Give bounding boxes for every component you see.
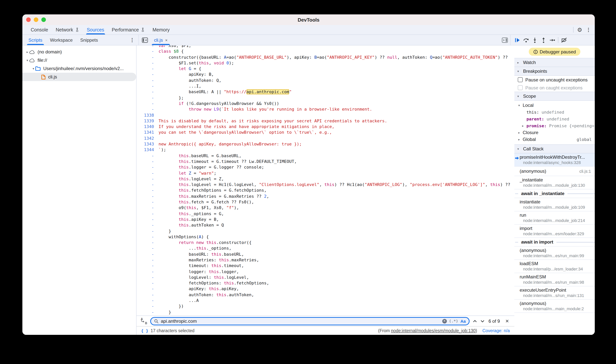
code-text[interactable]: apiKey: B, [159,72,514,78]
line-number[interactable]: - [137,304,159,310]
line-number[interactable]: - [137,89,159,95]
scope-variable-promise[interactable]: ▸promise: Promise {<pending>} [514,122,595,129]
code-text[interactable]: this.logger = G.logger ?? console; [159,164,514,170]
scope-section-header[interactable]: ▾Scope [514,92,595,101]
line-number[interactable]: - [137,251,159,257]
next-match-icon[interactable] [480,319,485,323]
main-tab-memory[interactable]: Memory [149,25,173,35]
line-number[interactable]: - [137,286,159,292]
line-number[interactable]: - [137,211,159,217]
code-text[interactable]: } [159,309,514,315]
code-text[interactable]: }; [159,95,514,101]
line-number[interactable]: - [137,101,159,107]
clear-search-icon[interactable]: ✕ [442,319,447,323]
code-text[interactable]: fetchOptions: this.fetchOptions, [159,280,514,286]
line-number[interactable]: - [137,193,159,199]
from-source-link[interactable]: node:internal/modules/esm/module_job:130 [391,328,476,333]
code-text[interactable]: `); [159,147,514,153]
main-tab-console[interactable]: Console [27,25,52,35]
scope-expand-icon[interactable]: ▾ [517,104,521,107]
scope-expand-icon[interactable]: ▸ [517,131,521,134]
code-area[interactable]: -var Xs0, $F1;-class $8 {- constructor({… [137,45,514,315]
tree-item-cli-js[interactable]: cli.js [22,73,136,81]
tree-item-file-[interactable]: ▾file:// [22,56,136,65]
coverage-link[interactable]: Coverage: n/a [482,328,510,333]
code-text[interactable]: logLevel: this.logLevel, [159,275,514,280]
code-text[interactable]: this.maxRetries = G.maxRetries ?? 2, [159,193,514,199]
previous-match-icon[interactable] [473,319,477,323]
code-text[interactable]: let Z = "warn"; [159,170,514,176]
line-number[interactable]: - [137,240,159,246]
step-icon[interactable] [549,37,555,43]
main-tab-sources[interactable]: Sources [83,25,108,35]
step-over-icon[interactable] [523,37,529,43]
match-case-toggle[interactable]: Aa [461,319,466,323]
tab-close-icon[interactable]: × [165,38,168,42]
line-number[interactable]: - [137,269,159,275]
code-text[interactable]: maxRetries: this.maxRetries, [159,257,514,263]
code-text[interactable]: throw new L9(`It looks like you're runni… [159,107,514,113]
line-number[interactable]: 1344 [137,147,159,153]
code-text[interactable] [159,112,514,118]
line-number[interactable]: - [137,228,159,234]
checkbox[interactable] [518,77,523,82]
scope-group-global[interactable]: ▸Globalglobal [514,136,595,143]
line-number[interactable]: - [137,182,159,188]
breakpoint-option[interactable]: Pause on uncaught exceptions [514,76,595,84]
line-number[interactable]: - [137,45,159,49]
line-number[interactable]: - [137,298,159,304]
line-number[interactable]: 1338 [137,112,159,118]
code-text[interactable]: ...I, [159,83,514,89]
navigator-tab-snippets[interactable]: Snippets [76,35,102,45]
code-text[interactable]: } [159,228,514,234]
call-stack-frame[interactable]: _instantiatenode:internal/m...module_job… [514,176,595,189]
call-stack-frame[interactable]: loadESMnode:internal/p.../esm_loader:34 [514,260,595,273]
code-text[interactable]: this.fetch = G.fetch ?? Fs0(), [159,199,514,205]
call-stack-frame[interactable]: runnode:internal/m...module_job:214 [514,211,595,225]
tab-cli-js[interactable]: cli.js × [151,35,171,45]
code-text[interactable]: this._options = G, [159,211,514,217]
line-number[interactable]: - [137,275,159,280]
code-text[interactable]: return new this.constructor({ [159,240,514,246]
line-number[interactable]: - [137,107,159,113]
line-number[interactable]: - [137,176,159,182]
call-stack-frame[interactable]: (anonymous)node:internal/m...es/run_main… [514,247,595,260]
line-number[interactable]: - [137,263,159,269]
line-number[interactable]: - [137,153,159,159]
line-number[interactable]: - [137,72,159,78]
replace-toggle-icon[interactable]: A B [140,318,147,325]
hide-debugger-sidebar-icon[interactable] [502,37,508,43]
line-number[interactable]: - [137,199,159,205]
more-options-icon[interactable]: ⋮ [586,27,591,33]
call-stack-frame[interactable]: promiseInitHookWithDestroyTr...node:inte… [514,153,595,167]
line-number[interactable]: - [137,66,159,72]
line-number[interactable]: - [137,309,159,315]
close-find-icon[interactable]: ✕ [504,318,511,324]
line-number[interactable]: - [137,222,159,228]
settings-gear-icon[interactable]: ⚙ [577,27,582,33]
tree-expand-icon[interactable]: ▸ [25,50,29,54]
call-stack-frame[interactable]: executeUserEntryPointnode:internal/m...s… [514,286,595,299]
main-tab-network[interactable]: Network [52,25,83,35]
code-text[interactable]: let G = { [159,66,514,72]
code-text[interactable]: apiKey: this.apiKey, [159,286,514,292]
call-stack-frame[interactable]: instantiatenode:internal/m...module_job:… [514,198,595,211]
code-text[interactable]: }) [159,304,514,310]
tree-item--no-domain-[interactable]: ▸(no domain) [22,48,136,56]
call-stack-frame[interactable]: runMainESMnode:internal/m...es/run_main:… [514,273,595,286]
code-text[interactable]: this.authToken = Q [159,222,514,228]
line-number[interactable]: 1342 [137,136,159,142]
line-number[interactable]: - [137,95,159,101]
main-tab-performance[interactable]: Performance [108,25,149,35]
line-number[interactable]: - [137,217,159,222]
scope-expand-icon[interactable]: ▸ [521,124,525,128]
step-into-icon[interactable] [532,37,538,43]
line-number[interactable]: - [137,54,159,60]
code-text[interactable]: this.apiKey = B, [159,217,514,222]
code-text[interactable]: authToken: this.authToken, [159,292,514,298]
navigator-tab-scripts[interactable]: Scripts [25,35,46,45]
line-number[interactable]: - [137,60,159,66]
code-text[interactable] [159,136,514,142]
code-text[interactable]: class $8 { [159,49,514,54]
tree-expand-icon[interactable]: ▾ [31,67,35,70]
